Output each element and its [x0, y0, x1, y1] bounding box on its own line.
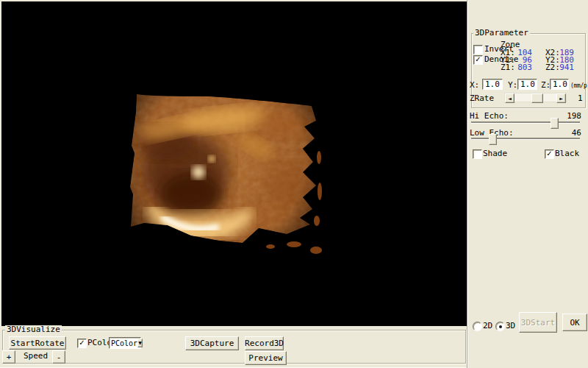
speed-label: Speed: [24, 352, 48, 360]
application-window: 3DParameter Invert ✓ Denoise Zone X1: 10…: [0, 0, 588, 368]
invert-checkbox[interactable]: [473, 45, 483, 54]
dropdown-arrow-button[interactable]: ▼: [137, 339, 143, 347]
start-rotate-button[interactable]: StartRotate: [9, 336, 66, 350]
scale-x-field[interactable]: [482, 79, 503, 90]
zrate-scrollbar[interactable]: ◄ ►: [504, 93, 567, 102]
chevron-down-icon: ▼: [138, 341, 142, 345]
mode-3d-label: 3D: [506, 322, 515, 330]
scale-x-label: X:: [470, 81, 479, 89]
scale-y-field[interactable]: [517, 79, 537, 90]
hi-echo-slider-track[interactable]: [471, 121, 580, 123]
scale-y-label: Y:: [508, 81, 517, 89]
low-echo-slider-thumb[interactable]: [489, 134, 497, 145]
denoise-checkbox[interactable]: ✓: [473, 55, 483, 65]
pcolor-checkbox[interactable]: ✓: [77, 339, 87, 348]
black-checkbox[interactable]: ✓: [545, 149, 554, 159]
zone-z1-value: 803: [512, 63, 532, 71]
parameter-panel: 3DParameter Invert ✓ Denoise Zone X1: 10…: [467, 0, 588, 368]
shade-checkbox[interactable]: [473, 149, 482, 159]
check-icon: ✓: [546, 150, 552, 158]
black-label: Black: [555, 149, 579, 158]
scale-unit-label: (mm/p): [570, 82, 588, 90]
scroll-left-icon: ◄: [508, 96, 512, 101]
speed-minus-button[interactable]: -: [52, 350, 65, 364]
scale-y-input[interactable]: [517, 79, 537, 90]
mode-2d-radio[interactable]: [473, 322, 482, 331]
zrate-scroll-right-button[interactable]: ►: [556, 93, 566, 103]
zrate-label: ZRate: [470, 94, 494, 102]
zrate-scroll-left-button[interactable]: ◄: [505, 93, 514, 103]
3dcapture-button[interactable]: 3DCapture: [185, 336, 239, 350]
scroll-right-icon: ►: [559, 96, 563, 101]
check-icon: ✓: [475, 56, 481, 63]
pcolor-dropdown[interactable]: PColor ▼: [109, 337, 141, 349]
record3d-button[interactable]: Record3D: [245, 336, 284, 350]
3dstart-button[interactable]: 3DStart: [519, 312, 557, 333]
scale-z-input[interactable]: [550, 79, 569, 90]
shade-label: Shade: [483, 149, 507, 158]
zrate-scroll-thumb[interactable]: [531, 93, 543, 103]
pcolor-dropdown-value: PColor: [110, 339, 137, 347]
check-icon: ✓: [79, 339, 85, 347]
visualize-bar: 3DVisualize StartRotate + Speed - ✓ PCol…: [0, 326, 467, 368]
mode-2d-label: 2D: [483, 322, 492, 330]
ok-button[interactable]: OK: [562, 314, 587, 331]
hi-echo-label: Hi Echo:: [470, 112, 509, 120]
hi-echo-slider-thumb[interactable]: [551, 118, 559, 129]
mode-3d-radio[interactable]: [495, 322, 505, 331]
low-echo-value: 46: [552, 129, 581, 137]
ultrasound-volume-render: [1, 1, 467, 326]
scale-x-input[interactable]: [482, 79, 503, 90]
zrate-value: 1: [578, 94, 583, 102]
scale-z-field[interactable]: [550, 79, 569, 90]
speed-plus-button[interactable]: +: [2, 350, 15, 364]
zone-z2-value: 941: [556, 63, 574, 71]
preview-button[interactable]: Preview: [245, 351, 287, 365]
radio-dot-icon: [499, 325, 502, 328]
groupbox-title: 3DParameter: [473, 29, 530, 38]
3d-viewport[interactable]: [1, 1, 467, 326]
low-echo-slider-track[interactable]: [471, 138, 580, 139]
groupbox-title: 3DVisualize: [5, 325, 62, 334]
